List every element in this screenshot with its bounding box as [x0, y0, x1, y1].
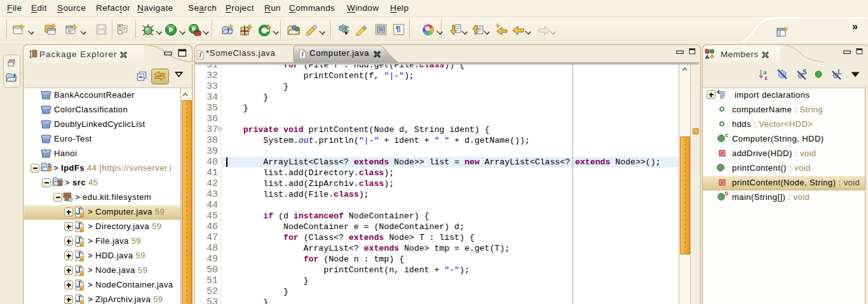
svg-text:J: J: [48, 162, 50, 168]
svg-text:L: L: [838, 69, 842, 76]
svg-text:J: J: [226, 27, 229, 34]
svg-text:J: J: [198, 51, 201, 58]
svg-text:J: J: [301, 51, 304, 58]
svg-text:z: z: [764, 74, 768, 81]
svg-text:J: J: [13, 72, 16, 79]
svg-text:S: S: [725, 191, 729, 197]
svg-text:S: S: [803, 69, 807, 76]
svg-text:c: c: [725, 133, 728, 138]
